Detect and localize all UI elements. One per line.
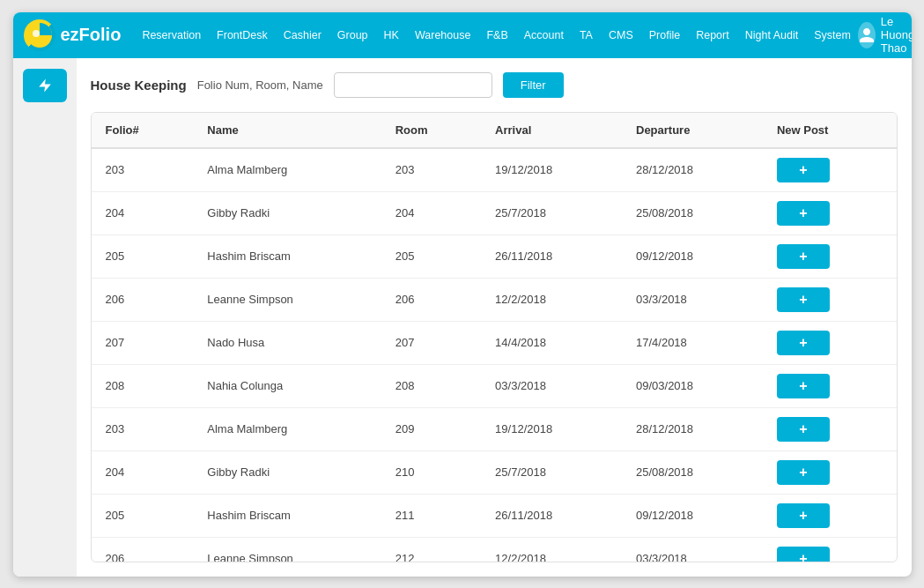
table-row: 206 Leanne Simpson 212 12/2/2018 03/3/20… [92,537,897,562]
svg-point-1 [33,30,40,37]
user-name: Le Huong Thao [881,15,912,55]
add-post-button[interactable]: + [777,374,830,398]
table-row: 205 Hashim Briscam 211 26/11/2018 09/12/… [92,494,897,537]
cell-name: Gibby Radki [193,450,381,494]
cell-room: 204 [381,191,481,234]
cell-departure: 28/12/2018 [622,407,763,450]
cell-folio: 205 [92,234,194,278]
cell-room: 211 [381,494,481,537]
cell-room: 208 [381,364,481,407]
cell-newpost: + [763,321,897,364]
cell-departure: 09/12/2018 [622,494,763,537]
cell-room: 203 [381,148,481,192]
sidebar-lightning-button[interactable] [23,69,67,102]
page-title: House Keeping [91,78,187,93]
add-post-button[interactable]: + [777,547,830,562]
nav-item-reservation[interactable]: Reservation [135,24,208,47]
cell-arrival: 03/3/2018 [481,364,622,407]
logo-icon [24,19,55,51]
filter-button[interactable]: Filter [503,72,564,98]
filter-bar: House Keeping Folio Num, Room, Name Filt… [91,72,898,98]
cell-name: Hashim Briscam [193,234,381,278]
add-post-button[interactable]: + [777,287,830,312]
search-input-label: Folio Num, Room, Name [197,78,323,92]
table-wrapper: Folio# Name Room Arrival Departure New P… [91,112,898,562]
add-post-button[interactable]: + [777,244,830,269]
add-post-button[interactable]: + [777,158,830,182]
cell-newpost: + [763,278,897,321]
nav-item-profile[interactable]: Profile [642,24,687,47]
nav-item-hk[interactable]: HK [377,24,406,47]
main-content: House Keeping Folio Num, Room, Name Filt… [13,58,912,577]
cell-arrival: 25/7/2018 [481,450,622,494]
cell-departure: 25/08/2018 [622,191,763,234]
cell-room: 212 [381,537,481,562]
nav-item-account[interactable]: Account [517,24,571,47]
cell-room: 210 [381,450,481,494]
search-input[interactable] [334,72,492,98]
cell-newpost: + [763,407,897,450]
cell-room: 209 [381,407,481,450]
cell-arrival: 12/2/2018 [481,537,622,562]
nav-item-fb[interactable]: F&B [479,24,514,47]
col-name: Name [193,113,381,148]
cell-name: Alma Malmberg [193,148,381,192]
cell-departure: 03/3/2018 [622,537,763,562]
nav-item-nightaudit[interactable]: Night Audit [738,24,805,47]
cell-name: Leanne Simpson [193,537,381,562]
add-post-button[interactable]: + [777,417,830,442]
col-newpost: New Post [763,113,897,148]
cell-arrival: 14/4/2018 [481,321,622,364]
cell-newpost: + [763,537,897,562]
cell-departure: 17/4/2018 [622,321,763,364]
nav-item-cms[interactable]: CMS [602,24,640,47]
cell-departure: 03/3/2018 [622,278,763,321]
table-row: 203 Alma Malmberg 209 19/12/2018 28/12/2… [92,407,897,450]
navbar: ezFolio Reservation FrontDesk Cashier Gr… [13,12,912,58]
cell-newpost: + [763,148,897,192]
user-area: Le Huong Thao [858,15,912,55]
housekeeping-table: Folio# Name Room Arrival Departure New P… [92,113,897,562]
app-container: ezFolio Reservation FrontDesk Cashier Gr… [13,12,912,577]
cell-departure: 09/03/2018 [622,364,763,407]
nav-item-report[interactable]: Report [689,24,736,47]
add-post-button[interactable]: + [777,503,830,528]
nav-item-group[interactable]: Group [330,24,375,47]
cell-folio: 206 [92,537,194,562]
app-logo-text: ezFolio [61,25,122,45]
add-post-button[interactable]: + [777,201,830,226]
cell-folio: 204 [92,450,194,494]
cell-name: Leanne Simpson [193,278,381,321]
nav-item-cashier[interactable]: Cashier [277,24,329,47]
table-body: 203 Alma Malmberg 203 19/12/2018 28/12/2… [92,148,897,562]
cell-newpost: + [763,450,897,494]
page-area: House Keeping Folio Num, Room, Name Filt… [77,58,912,577]
logo-area: ezFolio [24,19,122,51]
add-post-button[interactable]: + [777,331,830,355]
table-row: 204 Gibby Radki 210 25/7/2018 25/08/2018… [92,450,897,494]
cell-newpost: + [763,234,897,278]
cell-name: Nahia Colunga [193,364,381,407]
cell-name: Hashim Briscam [193,494,381,537]
cell-folio: 206 [92,278,194,321]
nav-item-frontdesk[interactable]: FrontDesk [210,24,275,47]
col-departure: Departure [622,113,763,148]
cell-departure: 09/12/2018 [622,234,763,278]
cell-folio: 204 [92,191,194,234]
cell-folio: 203 [92,407,194,450]
table-row: 205 Hashim Briscam 205 26/11/2018 09/12/… [92,234,897,278]
cell-folio: 208 [92,364,194,407]
col-arrival: Arrival [481,113,622,148]
cell-departure: 25/08/2018 [622,450,763,494]
cell-name: Nado Husa [193,321,381,364]
nav-item-ta[interactable]: TA [573,24,600,47]
cell-arrival: 19/12/2018 [481,407,622,450]
cell-room: 205 [381,234,481,278]
cell-name: Alma Malmberg [193,407,381,450]
nav-item-warehouse[interactable]: Warehouse [408,24,477,47]
table-row: 206 Leanne Simpson 206 12/2/2018 03/3/20… [92,278,897,321]
add-post-button[interactable]: + [777,460,830,485]
cell-room: 207 [381,321,481,364]
nav-item-system[interactable]: System [807,24,858,47]
col-folio: Folio# [92,113,194,148]
